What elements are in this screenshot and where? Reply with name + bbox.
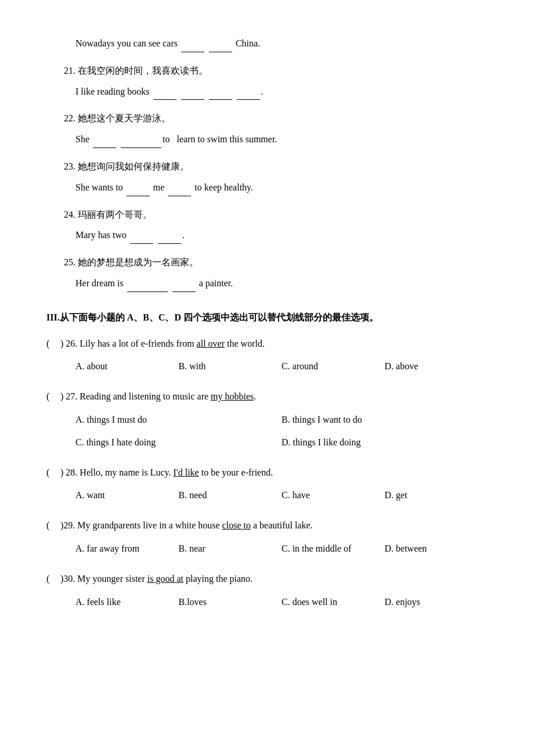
q27-option-d: D. things I like doing [282,433,488,453]
q25-english: Her dream is a painter. [75,275,488,292]
question-23: 23. 她想询问我如何保持健康。 She wants to me to keep… [46,159,488,196]
q27-option-a: A. things I must do [75,410,282,430]
q27-underline: my hobbies [211,391,254,401]
q21-english: I like reading books . [75,83,488,100]
q29-text: ( )29. My grandparents live in a white h… [46,517,488,534]
q30-option-a: A. feels like [75,592,179,613]
q29-content: )29. My grandparents live in a white hou… [58,517,313,534]
section-3: III.从下面每小题的 A、B、C、D 四个选项中选出可以替代划线部分的最佳选项… [46,309,488,613]
q20-blank2 [209,35,232,52]
q28-options: A. want B. need C. have D. get [75,485,488,506]
mc-question-26: ( ) 26. Lily has a lot of e-friends from… [46,336,488,377]
mc-question-28: ( ) 28. Hello, my name is Lucy. I'd like… [46,465,488,506]
question-25: 25. 她的梦想是想成为一名画家。 Her dream is a painter… [46,254,488,292]
q22-chinese: 22. 她想这个夏天学游泳。 [64,110,488,127]
q28-option-a: A. want [75,485,179,506]
q30-content: )30. My younger sister is good at playin… [58,571,252,588]
q28-option-c: C. have [282,485,385,506]
q27-text: ( ) 27. Reading and listening to music a… [46,388,488,405]
q22-english: She to learn to swim this summer. [75,131,488,148]
q20-blank1 [181,35,204,52]
q26-text: ( ) 26. Lily has a lot of e-friends from… [46,336,488,352]
q25-blank1 [127,275,168,292]
translation-section: Nowadays you can see cars China. 21. 在我空… [46,35,488,292]
q26-content: ) 26. Lily has a lot of e-friends from a… [58,336,265,352]
q21-blank4 [237,83,260,100]
q27-content: ) 27. Reading and listening to music are… [58,388,256,405]
q29-option-a: A. far away from [75,539,179,559]
q29-paren: ( [46,517,56,534]
q24-blank2 [158,226,181,244]
q28-paren: ( [46,465,56,481]
q21-blank1 [153,83,176,100]
section-3-header: III.从下面每小题的 A、B、C、D 四个选项中选出可以替代划线部分的最佳选项… [46,309,488,326]
q30-option-d: D. enjoys [385,592,488,613]
q27-option-c: C. things I hate doing [75,433,282,453]
q24-blank1 [130,226,153,244]
q25-chinese: 25. 她的梦想是想成为一名画家。 [64,254,488,271]
mc-question-27: ( ) 27. Reading and listening to music a… [46,388,488,452]
q23-blank2 [168,179,191,196]
q28-option-b: B. need [179,485,282,506]
q28-text: ( ) 28. Hello, my name is Lucy. I'd like… [46,465,488,481]
q22-blank1 [93,131,116,148]
q21-blank2 [181,83,204,100]
mc-question-30: ( )30. My younger sister is good at play… [46,571,488,613]
q30-text: ( )30. My younger sister is good at play… [46,571,488,588]
q21-blank3 [209,83,232,100]
q30-options: A. feels like B.loves C. does well in D.… [75,592,488,613]
question-22: 22. 她想这个夏天学游泳。 She to learn to swim this… [46,110,488,148]
q28-underline: I'd like [173,467,199,477]
q22-blank2 [121,131,161,148]
q28-content: ) 28. Hello, my name is Lucy. I'd like t… [58,465,273,481]
q26-option-a: A. about [75,357,179,377]
q30-option-b: B.loves [179,592,282,613]
q26-paren: ( [46,336,56,352]
q28-option-d: D. get [385,485,488,506]
mc-question-29: ( )29. My grandparents live in a white h… [46,517,488,559]
q26-options: A. about B. with C. around D. above [75,357,488,377]
q20-english: Nowadays you can see cars China. [75,35,488,52]
q26-option-b: B. with [179,357,282,377]
question-20: Nowadays you can see cars China. [46,35,488,52]
q23-chinese: 23. 她想询问我如何保持健康。 [64,159,488,175]
q29-underline: close to [222,520,251,530]
q30-underline: is good at [147,574,183,584]
q23-blank1 [127,179,150,196]
q26-option-d: D. above [385,357,488,377]
q29-option-d: D. between [385,539,488,559]
q23-english: She wants to me to keep healthy. [75,179,488,196]
q24-english: Mary has two . [75,226,488,244]
q26-underline: all over [197,339,225,348]
q25-blank2 [172,275,196,292]
q29-option-c: C. in the middle of [282,539,385,559]
q30-option-c: C. does well in [282,592,385,613]
q21-chinese: 21. 在我空闲的时间，我喜欢读书。 [64,63,488,80]
q30-paren: ( [46,571,56,588]
question-21: 21. 在我空闲的时间，我喜欢读书。 I like reading books … [46,63,488,100]
q27-options: A. things I must do B. things I want to … [75,410,488,453]
q29-options: A. far away from B. near C. in the middl… [75,539,488,559]
q29-option-b: B. near [179,539,282,559]
q26-option-c: C. around [282,357,385,377]
q27-paren: ( [46,388,56,405]
question-24: 24. 玛丽有两个哥哥。 Mary has two . [46,207,488,244]
q24-chinese: 24. 玛丽有两个哥哥。 [64,207,488,224]
q27-option-b: B. things I want to do [282,410,488,430]
